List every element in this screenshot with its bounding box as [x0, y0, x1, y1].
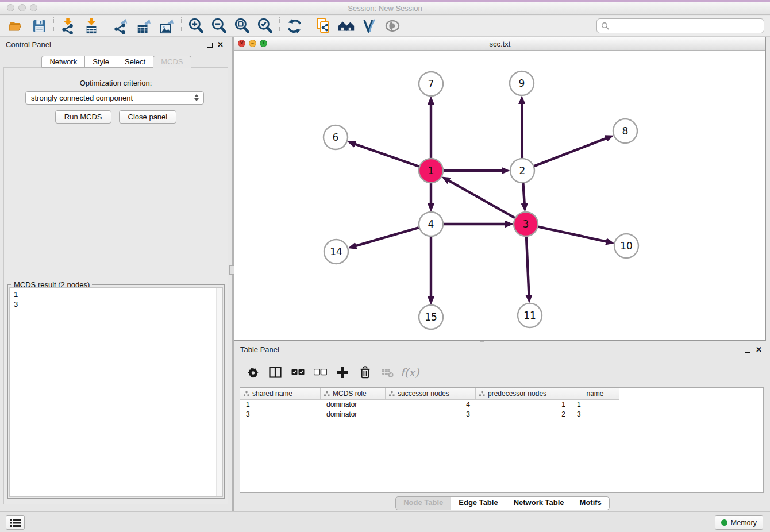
close-panel-button[interactable]: Close panel [119, 110, 177, 124]
export-image-button[interactable] [155, 16, 178, 36]
close-table-panel-icon[interactable]: ✕ [756, 345, 762, 354]
table-settings-button[interactable] [244, 364, 261, 381]
graph-node-3[interactable]: 3 [514, 212, 538, 236]
mcds-result-box[interactable]: 13 [9, 287, 223, 497]
svg-text:14: 14 [330, 246, 342, 257]
zoom-in-button[interactable] [184, 16, 207, 36]
table-row[interactable]: 1dominator411 [240, 400, 763, 410]
graph-node-2[interactable]: 2 [510, 159, 534, 183]
graph-node-14[interactable]: 14 [324, 240, 348, 264]
tab-network-table[interactable]: Network Table [506, 496, 572, 510]
zoom-fit-button[interactable] [230, 16, 253, 36]
zoom-selected-button[interactable] [253, 16, 276, 36]
table-cell[interactable]: 3 [386, 410, 476, 419]
tab-style[interactable]: Style [84, 56, 117, 68]
graph-node-10[interactable]: 10 [614, 234, 638, 258]
zoom-in-icon [188, 18, 204, 34]
open-file-button[interactable] [5, 16, 28, 36]
network-window-title: scc.txt [234, 40, 765, 48]
node-table[interactable]: shared nameMCDS rolesuccessor nodesprede… [240, 387, 764, 493]
add-column-button[interactable] [334, 364, 351, 381]
edge-3-10[interactable] [538, 227, 606, 242]
show-hide-graphics-button[interactable] [381, 16, 404, 36]
graph-node-7[interactable]: 7 [419, 72, 443, 96]
home-button[interactable] [335, 16, 358, 36]
import-network-button[interactable] [57, 16, 80, 36]
edge-3-11[interactable] [526, 237, 529, 295]
memory-label: Memory [731, 519, 757, 527]
refresh-button[interactable] [283, 16, 306, 36]
tab-network[interactable]: Network [41, 56, 85, 68]
export-table-button[interactable] [132, 16, 155, 36]
import-table-button[interactable] [80, 16, 103, 36]
tab-select[interactable]: Select [117, 56, 153, 68]
control-panel-header: Control Panel ✕ [0, 38, 232, 53]
edge-1-6[interactable] [355, 144, 419, 167]
graph-node-4[interactable]: 4 [419, 212, 443, 236]
tab-node-table[interactable]: Node Table [395, 496, 451, 510]
tab-mcds[interactable]: MCDS [153, 56, 191, 68]
import-network-icon [60, 17, 76, 34]
edge-2-3[interactable] [523, 183, 524, 204]
export-network-button[interactable] [109, 16, 132, 36]
search-icon [601, 22, 609, 30]
application-window: Session: New Session [0, 0, 770, 532]
graph-node-1[interactable]: 1 [419, 159, 443, 183]
table-cell[interactable]: 4 [386, 400, 476, 410]
vizmapper-button[interactable] [358, 16, 381, 36]
network-canvas[interactable]: 1234678910111415 [234, 51, 765, 340]
svg-text:15: 15 [425, 311, 437, 323]
criterion-dropdown[interactable]: strongly connected component [25, 91, 204, 105]
svg-text:4: 4 [428, 218, 434, 230]
run-mcds-button[interactable]: Run MCDS [55, 110, 111, 124]
graph-node-8[interactable]: 8 [613, 119, 637, 143]
table-cell[interactable]: 3 [240, 410, 321, 419]
column-header-shared-name[interactable]: shared name [240, 388, 321, 400]
zoom-out-button[interactable] [207, 16, 230, 36]
table-cell[interactable]: dominator [321, 410, 386, 419]
table-row[interactable]: 3dominator323 [240, 410, 763, 419]
table-toolbar: f(x) [240, 360, 764, 384]
clone-network-button[interactable] [312, 16, 335, 36]
edge-2-8[interactable] [534, 138, 607, 166]
column-header-successor-nodes[interactable]: successor nodes [386, 388, 476, 400]
graph-node-6[interactable]: 6 [324, 125, 348, 149]
graph-node-9[interactable]: 9 [510, 71, 534, 95]
tab-edge-table[interactable]: Edge Table [451, 496, 506, 510]
delete-column-button[interactable] [356, 364, 374, 381]
float-table-panel-icon[interactable] [745, 348, 750, 353]
result-scrollbar[interactable] [216, 288, 222, 496]
column-header-name[interactable]: name [571, 388, 619, 400]
unselect-all-columns-button[interactable] [311, 364, 329, 381]
svg-text:7: 7 [428, 78, 434, 90]
network-window-titlebar[interactable]: ✕ − + scc.txt [234, 37, 765, 51]
search-field[interactable] [596, 18, 764, 33]
close-panel-icon[interactable]: ✕ [217, 40, 224, 49]
float-panel-icon[interactable] [207, 43, 213, 48]
graph-node-15[interactable]: 15 [419, 305, 443, 329]
network-graph[interactable]: 1234678910111415 [234, 51, 765, 340]
table-cell[interactable]: 2 [476, 410, 571, 419]
graph-node-11[interactable]: 11 [518, 303, 542, 327]
edge-4-14[interactable] [356, 228, 419, 246]
memory-button[interactable]: Memory [715, 515, 763, 530]
table-cell[interactable]: 1 [571, 400, 619, 410]
mcds-panel: Optimization criterion: strongly connect… [3, 67, 228, 504]
table-cell[interactable]: 1 [476, 400, 571, 410]
function-builder-button-disabled: f(x) [401, 364, 418, 381]
edge-2-9[interactable] [522, 103, 522, 158]
table-cell[interactable]: 1 [240, 400, 321, 410]
table-cell[interactable]: dominator [321, 400, 386, 410]
save-session-button[interactable] [28, 16, 51, 36]
table-cell[interactable]: 3 [571, 410, 619, 419]
table-header-row: shared nameMCDS rolesuccessor nodesprede… [240, 388, 763, 400]
tab-motifs[interactable]: Motifs [572, 496, 610, 510]
select-all-columns-button[interactable] [289, 364, 306, 381]
search-input[interactable] [609, 22, 764, 30]
edge-3-1[interactable] [448, 180, 514, 218]
toggle-column-panel-button[interactable] [267, 364, 284, 381]
split-pane-icon [269, 367, 282, 378]
task-history-button[interactable] [6, 515, 25, 530]
column-header-MCDS-role[interactable]: MCDS role [321, 388, 386, 400]
column-header-predecessor-nodes[interactable]: predecessor nodes [476, 388, 571, 400]
